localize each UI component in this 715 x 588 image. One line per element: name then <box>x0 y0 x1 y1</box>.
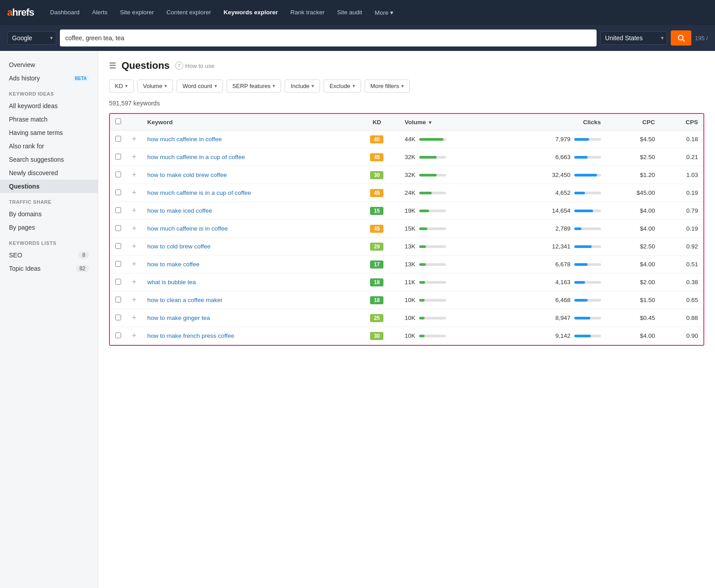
sidebar-item-by-pages[interactable]: By pages <box>0 221 98 234</box>
volume-bar <box>419 210 429 212</box>
how-to-use-link[interactable]: ? How to use <box>175 62 214 70</box>
row-add-cell[interactable]: + <box>126 291 142 309</box>
sidebar-item-overview[interactable]: Overview <box>0 58 98 71</box>
th-cps: CPS <box>660 114 703 130</box>
row-add-cell[interactable]: + <box>126 273 142 291</box>
keyword-link[interactable]: how to clean a coffee maker <box>147 297 223 303</box>
hamburger-icon[interactable]: ☰ <box>109 61 116 71</box>
logo[interactable]: ahrefs <box>7 7 34 18</box>
select-all-checkbox[interactable] <box>115 118 121 124</box>
nav-site-audit[interactable]: Site audit <box>332 6 367 19</box>
row-volume-cell: 32K <box>400 148 496 166</box>
volume-bar <box>419 263 426 266</box>
row-checkbox[interactable] <box>115 279 121 285</box>
sidebar-item-all-keywords[interactable]: All keyword ideas <box>0 99 98 113</box>
nav-keywords-explorer[interactable]: Keywords explorer <box>218 6 283 19</box>
row-keyword-cell: how to make coffee <box>142 256 355 273</box>
search-input[interactable] <box>65 34 591 42</box>
nav-content-explorer[interactable]: Content explorer <box>161 6 216 19</box>
row-add-cell[interactable]: + <box>126 130 142 148</box>
volume-value: 19K <box>405 207 416 214</box>
sidebar-item-ads-history[interactable]: Ads history BETA <box>0 71 98 85</box>
row-checkbox[interactable] <box>115 172 121 177</box>
sidebar-item-search-suggestions[interactable]: Search suggestions <box>0 153 98 166</box>
row-add-cell[interactable]: + <box>126 148 142 166</box>
filter-kd[interactable]: KD ▾ <box>109 80 134 92</box>
sidebar-item-seo[interactable]: SEO 8 <box>0 248 98 262</box>
row-checkbox[interactable] <box>115 297 121 302</box>
keyword-link[interactable]: what is bubble tea <box>147 279 196 286</box>
keyword-link[interactable]: how to make ginger tea <box>147 315 210 321</box>
row-add-cell[interactable]: + <box>126 202 142 220</box>
svg-line-1 <box>682 39 684 41</box>
keyword-link[interactable]: how to make cold brew coffee <box>147 172 227 178</box>
sidebar: Overview Ads history BETA KEYWORD IDEAS … <box>0 51 98 588</box>
row-add-cell[interactable]: + <box>126 256 142 273</box>
row-add-cell[interactable]: + <box>126 166 142 184</box>
kd-badge: 18 <box>370 278 383 286</box>
keyword-link[interactable]: how to make iced coffee <box>147 207 212 214</box>
traffic-share-section-label: TRAFFIC SHARE <box>0 193 98 207</box>
keyword-link[interactable]: how much caffeine is in coffee <box>147 225 228 232</box>
sidebar-item-newly-discovered[interactable]: Newly discovered <box>0 166 98 180</box>
row-checkbox[interactable] <box>115 207 121 213</box>
row-checkbox[interactable] <box>115 315 121 320</box>
keyword-link[interactable]: how to cold brew coffee <box>147 243 211 250</box>
row-add-cell[interactable]: + <box>126 184 142 202</box>
country-select[interactable]: United States United Kingdom Canada <box>600 31 667 45</box>
keyword-link[interactable]: how to make french press coffee <box>147 332 235 339</box>
nav-site-explorer[interactable]: Site explorer <box>115 6 160 19</box>
row-checkbox[interactable] <box>115 136 121 142</box>
row-checkbox[interactable] <box>115 225 121 231</box>
clicks-bar-wrap <box>574 210 601 212</box>
clicks-bar-wrap <box>574 245 601 248</box>
filter-serp-features[interactable]: SERP features ▾ <box>227 80 282 92</box>
clicks-bar-wrap <box>574 317 601 319</box>
filter-more[interactable]: More filters ▾ <box>365 80 410 92</box>
nav-dashboard[interactable]: Dashboard <box>45 6 85 19</box>
row-add-cell[interactable]: + <box>126 238 142 256</box>
table-row: + how to make coffee 17 13K 6,678 $4.00 <box>110 256 703 273</box>
search-button[interactable] <box>671 30 691 46</box>
row-add-cell[interactable]: + <box>126 327 142 345</box>
filter-exclude[interactable]: Exclude ▾ <box>324 80 361 92</box>
row-keyword-cell: how much caffeine in a cup of coffee <box>142 148 355 166</box>
th-volume[interactable]: Volume ▼ <box>400 114 496 130</box>
th-cpc: CPC <box>606 114 660 130</box>
row-checkbox[interactable] <box>115 332 121 338</box>
volume-value: 10K <box>405 297 416 303</box>
sidebar-item-topic-ideas[interactable]: Topic Ideas 82 <box>0 262 98 275</box>
row-checkbox-cell <box>110 273 126 291</box>
sidebar-item-having-same-terms[interactable]: Having same terms <box>0 126 98 139</box>
row-cpc-cell: $1.20 <box>606 166 660 184</box>
keyword-link[interactable]: how much caffeine in a cup of coffee <box>147 154 245 160</box>
engine-select[interactable]: Google Bing YouTube <box>7 31 56 45</box>
row-checkbox[interactable] <box>115 189 121 195</box>
sidebar-item-also-rank-for[interactable]: Also rank for <box>0 139 98 153</box>
filter-word-count[interactable]: Word count ▾ <box>177 80 223 92</box>
kd-badge: 45 <box>370 135 383 143</box>
nav-more[interactable]: More ▾ <box>370 6 399 19</box>
volume-bar <box>419 281 425 284</box>
row-cpc-cell: $1.50 <box>606 291 660 309</box>
sidebar-item-questions[interactable]: Questions <box>0 180 98 193</box>
nav-rank-tracker[interactable]: Rank tracker <box>285 6 330 19</box>
row-add-cell[interactable]: + <box>126 220 142 238</box>
volume-value: 15K <box>405 225 416 232</box>
sidebar-item-by-domains[interactable]: By domains <box>0 207 98 221</box>
nav-alerts[interactable]: Alerts <box>87 6 113 19</box>
filter-volume[interactable]: Volume ▾ <box>137 80 173 92</box>
keyword-link[interactable]: how to make coffee <box>147 261 200 268</box>
row-checkbox[interactable] <box>115 261 121 267</box>
row-checkbox[interactable] <box>115 243 121 249</box>
row-cpc-cell: $4.00 <box>606 220 660 238</box>
row-cpc-cell: $0.45 <box>606 309 660 327</box>
keyword-link[interactable]: how much caffeine is in a cup of coffee <box>147 189 251 196</box>
keyword-link[interactable]: how much caffeine in coffee <box>147 136 222 143</box>
row-checkbox[interactable] <box>115 154 121 160</box>
sidebar-item-phrase-match[interactable]: Phrase match <box>0 113 98 126</box>
filter-include[interactable]: Include ▾ <box>285 80 320 92</box>
row-add-cell[interactable]: + <box>126 309 142 327</box>
row-cps-cell: 0.19 <box>660 184 703 202</box>
clicks-bar <box>574 192 585 194</box>
